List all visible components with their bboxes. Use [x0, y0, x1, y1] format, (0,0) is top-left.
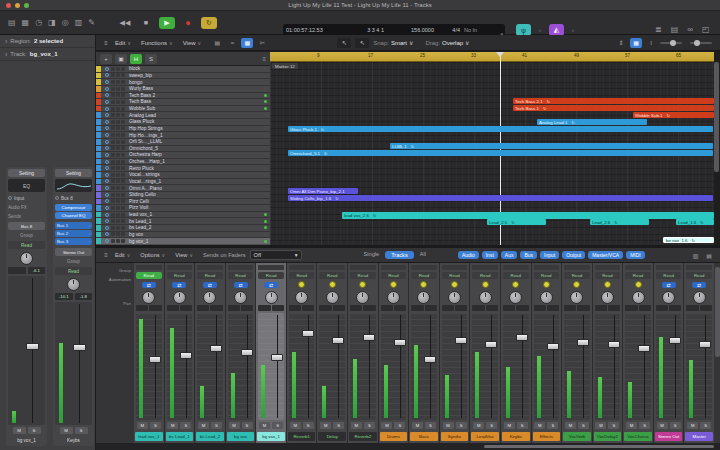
inspector-icon[interactable]: ◨ — [48, 18, 56, 28]
mute-button[interactable] — [111, 80, 115, 84]
pan-knob[interactable] — [570, 291, 583, 304]
record-enable-icon[interactable] — [264, 147, 267, 150]
volume-fader[interactable] — [686, 313, 712, 420]
volume-fader[interactable] — [564, 313, 590, 420]
solo-button[interactable]: S — [425, 422, 436, 429]
track-row[interactable]: Tech Bass — [96, 99, 270, 106]
tracks-canvas[interactable]: Marker 12 Tech Bass 2.1↻Tech Bass.1↻Wobb… — [270, 62, 714, 245]
eq-slot[interactable]: EQ — [8, 179, 45, 192]
fader-cap[interactable] — [149, 356, 161, 363]
fader-cap[interactable] — [699, 341, 711, 348]
automation-mode-button[interactable]: Read — [442, 272, 468, 279]
mute-button[interactable] — [111, 219, 115, 223]
channel-name[interactable]: VocVerb — [563, 432, 591, 441]
solo-button[interactable]: S — [75, 427, 88, 434]
sends-label[interactable]: Sends — [8, 213, 45, 220]
mute-button[interactable]: M — [13, 427, 26, 434]
fader-cap[interactable] — [241, 349, 253, 356]
track-row[interactable]: Pizz Violi — [96, 205, 270, 212]
record-enable-icon[interactable] — [264, 134, 267, 137]
group-slot[interactable] — [625, 265, 651, 270]
pan-knob[interactable] — [662, 291, 675, 304]
filter-audio[interactable]: Audio — [458, 251, 479, 259]
lcd-field[interactable]: 156.0000 — [390, 27, 440, 33]
mute-button[interactable] — [111, 179, 115, 183]
solo-button[interactable] — [116, 146, 120, 150]
mute-button[interactable]: M — [137, 422, 148, 429]
mono-format-icon[interactable] — [329, 281, 336, 288]
volume-fader[interactable] — [228, 313, 254, 420]
pan-knob[interactable] — [265, 291, 278, 304]
fader-cap[interactable] — [332, 337, 344, 344]
automation-mode-button[interactable]: Read — [55, 267, 92, 275]
record-enable-icon[interactable] — [264, 206, 267, 209]
mute-button[interactable]: M — [412, 422, 423, 429]
filter-midi[interactable]: MIDI — [626, 251, 645, 259]
group-slot[interactable] — [534, 265, 560, 270]
input-monitor-icon[interactable] — [105, 160, 109, 164]
group-slot[interactable] — [197, 265, 223, 270]
solo-button[interactable]: S — [28, 427, 41, 434]
solo-button[interactable] — [116, 173, 120, 177]
mute-button[interactable] — [111, 93, 115, 97]
solo-tracks-button[interactable]: S — [145, 54, 157, 64]
group-slot[interactable] — [228, 265, 254, 270]
pan-knob[interactable] — [632, 291, 645, 304]
automation-mode-button[interactable]: Read — [411, 272, 437, 279]
channel-name[interactable]: Effects — [533, 432, 561, 441]
audio-fx-label[interactable]: Audio FX — [8, 204, 45, 211]
track-row[interactable]: Tech Bass 2 — [96, 93, 270, 100]
mixer-channel-strip[interactable]: Read⇄MSbg vox — [226, 263, 256, 443]
solo-button[interactable]: S — [700, 422, 711, 429]
mute-button[interactable] — [111, 166, 115, 170]
mute-button[interactable] — [111, 213, 115, 217]
solo-button[interactable]: S — [180, 422, 191, 429]
input-monitor-icon[interactable] — [105, 153, 109, 157]
solo-button[interactable] — [116, 113, 120, 117]
pan-knob[interactable] — [387, 291, 400, 304]
stop-button[interactable]: ■ — [138, 17, 154, 29]
mute-button[interactable] — [111, 193, 115, 197]
automation-mode-button[interactable]: Read — [319, 272, 345, 279]
automation-mode-button[interactable]: Read — [136, 272, 162, 279]
track-row[interactable]: lead vox_1 — [96, 212, 270, 219]
input-monitor-icon[interactable] — [55, 196, 59, 200]
mixer-channel-strip[interactable]: ReadMSLeadVox — [470, 263, 500, 443]
record-enable-icon[interactable] — [264, 200, 267, 203]
mute-button[interactable] — [111, 73, 115, 77]
mute-button[interactable] — [111, 199, 115, 203]
channel-name[interactable]: Bass — [410, 432, 438, 441]
input-monitor-icon[interactable] — [105, 120, 109, 124]
solo-button[interactable] — [116, 193, 120, 197]
track-row[interactable]: Orfi St…_LLML — [96, 139, 270, 146]
input-monitor-icon[interactable] — [105, 133, 109, 137]
input-monitor-icon[interactable] — [105, 226, 109, 230]
plugin-slot[interactable]: Compressor — [55, 204, 92, 211]
volume-fader[interactable] — [136, 313, 162, 420]
play-button[interactable]: ▶ — [159, 17, 175, 29]
fader-cap[interactable] — [180, 352, 192, 359]
record-enable-icon[interactable] — [264, 180, 267, 183]
volume-fader[interactable] — [167, 313, 193, 420]
record-enable-icon[interactable] — [264, 233, 267, 236]
pan-knob[interactable] — [356, 291, 369, 304]
region[interactable]: bg vox_1.6↻ — [663, 237, 714, 243]
mute-button[interactable] — [111, 146, 115, 150]
pan-knob[interactable] — [479, 291, 492, 304]
zoom-focus-icon[interactable]: I — [645, 38, 657, 48]
mono-format-icon[interactable] — [635, 281, 642, 288]
automation-mode-button[interactable]: Read — [381, 272, 407, 279]
record-enable-icon[interactable] — [264, 160, 267, 163]
mono-format-icon[interactable] — [604, 281, 611, 288]
fader-cap[interactable] — [271, 354, 283, 361]
freeze-button[interactable] — [121, 80, 125, 84]
fader-cap[interactable] — [547, 343, 559, 350]
automation-mode-button[interactable]: Read — [289, 272, 315, 279]
input-monitor-icon[interactable] — [105, 213, 109, 217]
solo-button[interactable] — [116, 226, 120, 230]
record-enable-icon[interactable] — [264, 220, 267, 223]
track-row[interactable]: Orchestra Harp — [96, 152, 270, 159]
eq-thumbnail[interactable] — [55, 179, 92, 192]
volume-fader[interactable] — [258, 313, 284, 420]
channel-name[interactable]: Keybs — [502, 432, 530, 441]
